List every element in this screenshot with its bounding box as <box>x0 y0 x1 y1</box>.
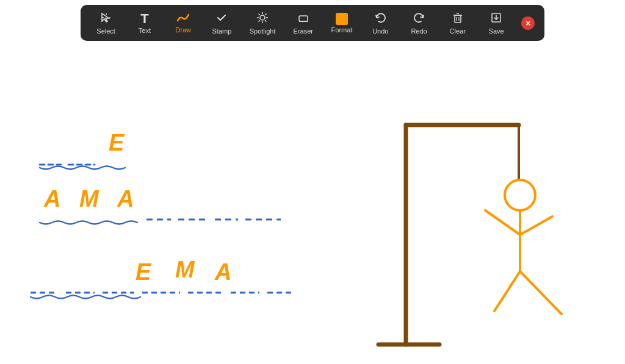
tool-spotlight[interactable]: Spotlight <box>245 9 281 37</box>
tool-redo[interactable]: Redo <box>403 9 435 37</box>
stamp-label: Stamp <box>212 27 232 35</box>
clear-label: Clear <box>450 27 466 35</box>
tool-eraser[interactable]: Eraser <box>287 9 319 37</box>
select-label: Select <box>96 27 115 35</box>
tool-text[interactable]: T Text <box>129 10 161 37</box>
select-icon <box>99 11 113 26</box>
svg-point-39 <box>505 180 535 210</box>
text-icon: T <box>140 12 148 26</box>
format-icon <box>336 13 348 25</box>
svg-rect-15 <box>455 15 461 23</box>
letter-M-1: M <box>79 187 99 210</box>
draw-label: Draw <box>175 26 191 34</box>
tool-draw[interactable]: Draw <box>167 10 199 36</box>
letter-A-2: A <box>117 187 134 210</box>
redo-label: Redo <box>411 27 427 35</box>
redo-icon <box>413 11 426 26</box>
undo-label: Undo <box>372 27 388 35</box>
undo-icon <box>374 11 387 26</box>
stamp-icon <box>215 11 228 26</box>
save-label: Save <box>489 27 504 35</box>
spotlight-label: Spotlight <box>250 27 276 35</box>
clear-icon <box>451 11 464 26</box>
letter-E-1: E <box>109 131 124 154</box>
letter-M-2: M <box>175 258 195 281</box>
svg-point-4 <box>260 15 265 20</box>
tool-select[interactable]: Select <box>90 9 122 37</box>
canvas-area[interactable]: E A M A E M A <box>0 46 625 364</box>
tool-save[interactable]: Save <box>480 9 512 37</box>
save-icon <box>490 11 503 26</box>
letter-A-3: A <box>215 260 231 284</box>
svg-line-42 <box>520 216 552 235</box>
close-button[interactable]: × <box>521 16 535 30</box>
close-icon: × <box>526 19 530 27</box>
tool-stamp[interactable]: Stamp <box>206 9 237 37</box>
letter-E-2: E <box>135 260 151 284</box>
tool-undo[interactable]: Undo <box>364 9 396 37</box>
tool-format[interactable]: Format <box>326 10 358 36</box>
svg-line-11 <box>265 14 266 15</box>
draw-icon <box>176 12 190 25</box>
spotlight-icon <box>256 11 269 26</box>
text-label: Text <box>139 27 151 34</box>
svg-line-10 <box>265 20 266 21</box>
eraser-label: Eraser <box>294 27 313 35</box>
svg-line-43 <box>494 271 520 311</box>
svg-line-41 <box>485 210 520 235</box>
letter-A-1: A <box>44 187 60 210</box>
svg-line-12 <box>259 20 260 21</box>
svg-rect-13 <box>299 16 308 21</box>
svg-line-44 <box>520 271 562 314</box>
format-label: Format <box>331 26 353 34</box>
svg-line-9 <box>259 14 260 15</box>
eraser-icon <box>297 11 310 26</box>
toolbar: Select T Text Draw Stamp <box>81 5 544 41</box>
tool-clear[interactable]: Clear <box>442 9 474 37</box>
